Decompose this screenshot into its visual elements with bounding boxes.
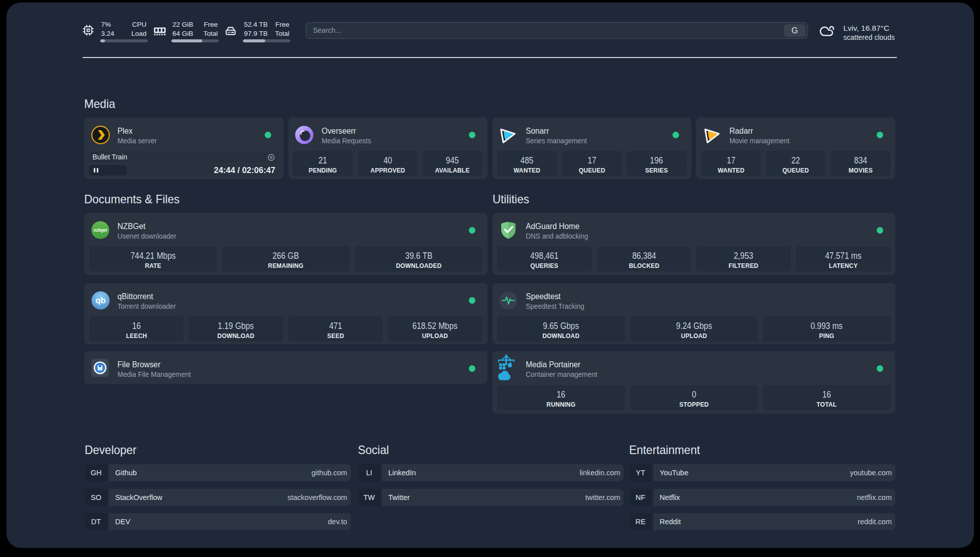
svg-text:qb: qb — [95, 296, 105, 305]
svg-text:nzbget: nzbget — [94, 228, 107, 233]
